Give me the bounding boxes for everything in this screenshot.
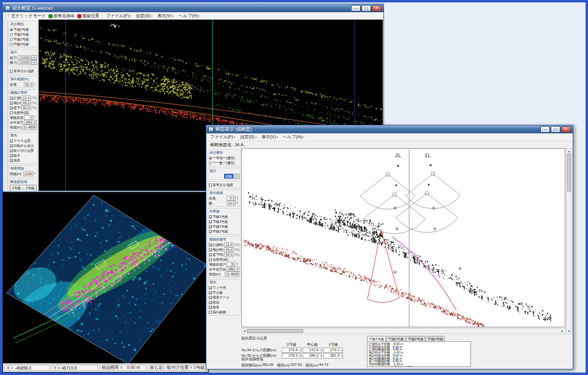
clearance-tabs-tab-1[interactable]: 下線2号線 bbox=[386, 336, 405, 341]
target-line-checks-check-3[interactable]: ✓中線2号線 bbox=[209, 229, 239, 234]
scroll-left-icon[interactable]: ◄ bbox=[242, 329, 247, 333]
clearance-tabs-tab-2[interactable]: 中線2号線 bbox=[406, 336, 425, 341]
hscroll-thumb[interactable] bbox=[247, 329, 303, 333]
chevron-down-icon[interactable]: ▼ bbox=[234, 174, 239, 179]
distance-field[interactable]: 172.6 bbox=[282, 347, 301, 353]
extract-range-fields-field-0[interactable]: 前後 :5.0 bbox=[209, 196, 239, 201]
scroll-up-icon[interactable]: ▲ bbox=[567, 149, 571, 154]
minimize-icon[interactable]: — bbox=[351, 5, 361, 12]
checkbox-icon: ✓ bbox=[209, 253, 212, 256]
extract-range-fields-field-1[interactable]: 幅 :10.0 bbox=[209, 201, 239, 206]
target-line-checks-check-2[interactable]: ✓中線1号線 bbox=[209, 224, 239, 229]
section-name-value[interactable]: 34-A bbox=[235, 143, 244, 147]
winC-menus-menu-2[interactable]: 表示(V) bbox=[260, 135, 279, 139]
scroll-right-icon[interactable]: ► bbox=[560, 329, 565, 333]
search-interval-fields-field-0[interactable]: 間隔(m)2146 bbox=[10, 171, 37, 176]
hscroll-track[interactable] bbox=[303, 329, 560, 333]
distance-field[interactable]: 173.1 bbox=[323, 347, 343, 353]
winC-canvas[interactable]: 2L1L bbox=[241, 148, 565, 327]
clearance-tabs-tab-3[interactable]: 中線1号線 bbox=[426, 336, 445, 341]
clearance-items-field-5[interactable]: 水平張力(kg)1862.2 bbox=[209, 267, 239, 272]
vertical-scrollbar[interactable]: ▲ ▼ bbox=[566, 148, 572, 334]
winA-menubar-menu-1[interactable]: 設定(S) bbox=[135, 13, 154, 18]
winA-menubar-menu-0[interactable]: ファイル(F) bbox=[105, 13, 132, 18]
scroll-down-icon[interactable]: ▼ bbox=[567, 329, 571, 333]
clearance-calc-items-check-0[interactable]: ✓計測時(温)21.4(℃) bbox=[10, 95, 37, 100]
target-line-checks-check-0[interactable]: ✓下線1号線 bbox=[209, 214, 239, 219]
clearance-items-check-2[interactable]: ✓垂下時(温)90.0(℃) bbox=[209, 252, 239, 257]
clearance-items-field-6[interactable]: 弛度(m)21.4838 bbox=[209, 272, 239, 277]
winA-menubar-menu-3[interactable]: ヘルプ(H) bbox=[178, 13, 202, 18]
click-mode-options-opt-1[interactable]: 電線位置 bbox=[77, 13, 99, 18]
display-type-radios-radio-1[interactable]: 一一般一(優先) bbox=[209, 160, 239, 165]
winC-titlebar[interactable]: 断面表示 (横断図) — ▢ ✕ bbox=[206, 125, 573, 133]
vscroll-thumb[interactable] bbox=[567, 154, 571, 191]
coloring-checks-check-5[interactable]: 抽出範囲 bbox=[209, 310, 239, 314]
clearance-items-field-4[interactable]: 電線温度(℃)31 bbox=[209, 262, 239, 267]
clearance-items-check-0[interactable]: ✓計測時(温)21.4(℃) bbox=[209, 242, 239, 247]
mode-dot-icon bbox=[48, 14, 53, 18]
horizontal-scrollbar[interactable]: ◄ ► bbox=[241, 328, 565, 334]
spinner-icon[interactable] bbox=[34, 83, 37, 86]
maximize-icon[interactable]: ▢ bbox=[551, 126, 560, 133]
clearance-calc-items-check-3[interactable]: 任意時(温) bbox=[10, 110, 37, 115]
coloring-checks-check-3[interactable]: ✓樹冠 bbox=[209, 300, 239, 305]
winA-menubar-menu-2[interactable]: 表示(V) bbox=[156, 13, 175, 18]
coloring-checks-check-0[interactable]: ✓ワイヤ色 bbox=[209, 285, 239, 290]
winA-dock-strip[interactable] bbox=[4, 20, 8, 191]
display-type-radios-radio-0[interactable]: 下線1号線 bbox=[10, 27, 37, 32]
coloring-checks-check-1[interactable]: ✓印刷外も表示 bbox=[10, 143, 37, 148]
chevron-down-icon[interactable]: ▼ bbox=[31, 60, 37, 65]
scale-select-select-0[interactable]: 自動▼ bbox=[209, 174, 239, 179]
cross-section-canvas[interactable]: 2L1L bbox=[242, 149, 565, 327]
section-switch-buttons-button-0[interactable]: 2号線 ← 1号線 bbox=[10, 185, 37, 191]
clearance-items-check-1[interactable]: ✓検討時(温)45.0(℃) bbox=[209, 247, 239, 252]
clearance-tabs-tab-0[interactable]: 下線1号線 bbox=[367, 336, 386, 341]
clearance-calc-items-check-2[interactable]: ✓垂下時(温)90.0(℃) bbox=[10, 105, 37, 110]
coloring-checks-check-3[interactable]: ✓樹木 bbox=[10, 153, 37, 158]
distance-field[interactable]: 172.6 bbox=[303, 347, 322, 353]
display-type-radios-radio-0[interactable]: 一停電一(優先) bbox=[209, 155, 239, 160]
winA-titlebar[interactable]: 樹木断面 G-watcher — ▢ ✕ bbox=[3, 4, 383, 12]
spinner-icon[interactable] bbox=[236, 262, 239, 266]
display-type-radios-radio-1[interactable]: 下線2号線 bbox=[10, 32, 37, 37]
group-emphasis: 基準点を強調 bbox=[9, 67, 38, 75]
scale-selects-select-0[interactable]: 縦方向1/1000▼ bbox=[10, 55, 37, 60]
winC-menus-menu-1[interactable]: 設定(S) bbox=[239, 135, 258, 139]
layer-C-18 bbox=[433, 227, 437, 231]
spinner-icon[interactable] bbox=[236, 196, 239, 200]
scale-selects-select-1[interactable]: 横方向1/1000▼ bbox=[10, 60, 37, 65]
click-mode-options-opt-0[interactable]: 最長点抽出 bbox=[48, 13, 75, 18]
clearance-calc-items-field-4[interactable]: 電線温度(℃)0 bbox=[10, 115, 37, 120]
clearance-calc-items-field-5[interactable]: 水平張力(kg)1862.2 bbox=[10, 120, 37, 125]
emphasis-checks-check-0[interactable]: 基準点を強調 bbox=[10, 69, 37, 73]
coloring-checks-check-4[interactable]: ✓地形 bbox=[10, 158, 37, 163]
spinner-icon[interactable] bbox=[34, 116, 37, 119]
minimize-icon[interactable]: — bbox=[540, 126, 550, 133]
clearance-calc-items-check-1[interactable]: ✓検討時(温)45.0(℃) bbox=[10, 100, 37, 105]
group-section-switch: 断面図切替2号線 ← 1号線2号線 → 1号線 bbox=[9, 179, 38, 191]
clearance-calc-items-field-6[interactable]: 弛度(m)21.4838 bbox=[10, 125, 37, 130]
coloring-checks-check-4[interactable]: ✓地形 bbox=[209, 305, 239, 310]
close-icon[interactable]: ✕ bbox=[561, 126, 571, 133]
spinner-icon[interactable] bbox=[34, 172, 37, 176]
spinner-icon[interactable] bbox=[236, 201, 239, 205]
winC-menus-menu-0[interactable]: ファイル(F) bbox=[209, 135, 236, 139]
display-type-radios-radio-3[interactable]: 中線2号線 bbox=[10, 42, 37, 46]
close-icon[interactable]: ✕ bbox=[372, 5, 382, 12]
elevation-heatmap-canvas[interactable] bbox=[3, 193, 209, 365]
maximize-icon[interactable]: ▢ bbox=[361, 5, 371, 12]
emphasis-checks-check-0[interactable]: 基準点を強調 bbox=[209, 182, 239, 187]
vscroll-track[interactable] bbox=[567, 191, 571, 329]
coloring-checks-check-2[interactable]: ✓取り付け位置 bbox=[10, 148, 37, 153]
extract-range-fields-field-0[interactable]: 前後 :50.0 bbox=[10, 82, 37, 87]
coloring-checks-check-2[interactable]: ✓標高マーク bbox=[209, 295, 239, 300]
coloring-checks-check-1[interactable]: ✓中心線 bbox=[209, 290, 239, 295]
chevron-down-icon[interactable]: ▼ bbox=[31, 55, 37, 60]
display-type-radios-radio-2[interactable]: 中線1号線 bbox=[10, 37, 37, 42]
coloring-checks-check-0[interactable]: ✓マウス位置 bbox=[10, 138, 37, 143]
target-line-checks-check-1[interactable]: ✓下線2号線 bbox=[209, 219, 239, 224]
clearance-items-check-3[interactable]: 任意時(温) bbox=[209, 257, 239, 262]
toolbar-grip[interactable] bbox=[6, 13, 9, 18]
winC-menus-menu-3[interactable]: ヘルプ(H) bbox=[282, 135, 306, 139]
